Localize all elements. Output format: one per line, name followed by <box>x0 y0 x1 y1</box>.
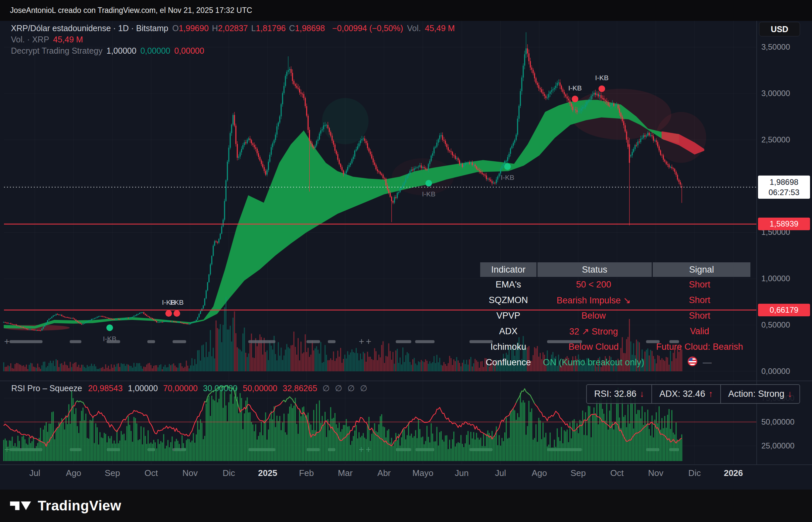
strategy-value-3: 0,00000 <box>174 45 204 56</box>
rsi-study-values: 20,985431,0000070,0000030,0000050,000003… <box>88 384 367 393</box>
tradingview-brand-text[interactable]: TradingView <box>38 498 121 514</box>
rsi-study-title[interactable]: RSI Pro – Squeeze <box>11 384 82 393</box>
attribution-text: JoseAntonioL creado con TradingView.com,… <box>10 6 252 15</box>
table-cell-signal: Short <box>651 280 748 290</box>
table-cell-indicator: VPVP <box>480 311 536 321</box>
table-cell-indicator: Confluence <box>480 357 536 368</box>
rsi-badge-arrow-icon: ↓ <box>640 389 645 399</box>
rsi-badge-arrow-icon: ↓ <box>788 389 792 399</box>
table-row: EMA's50 < 200Short <box>480 277 748 293</box>
last-price-tag: 1,98698 06:27:53 <box>758 176 810 199</box>
table-cell-indicator: Ichimoku <box>480 342 536 352</box>
ohlc-value: 1,99690 <box>179 23 209 33</box>
volume-legend-row: Vol. · XRP 45,49 M <box>11 34 455 45</box>
ohlc-pair: C1,98698 <box>289 23 325 33</box>
rsi-legend-value: 1,00000 <box>128 384 158 393</box>
signal-dot-marker <box>598 85 605 92</box>
price-axis-label: 3,00000 <box>761 89 790 98</box>
volume-study-value: 45,49 M <box>53 34 83 45</box>
time-axis-label: Jul <box>495 468 506 478</box>
signal-text: Valid <box>690 326 709 337</box>
rsi-badge-cell: Action: Strong↓ <box>720 385 799 403</box>
signal-label: I-KB <box>422 190 435 198</box>
signal-text: Short <box>689 311 710 321</box>
table-row: ConfluenceON (Kumo breakout only)— <box>480 355 748 370</box>
signal-label: I-KB <box>595 74 609 81</box>
table-cell-signal: — <box>651 356 748 369</box>
signal-dash: — <box>703 357 712 368</box>
price-axis-label: 1,00000 <box>761 274 790 283</box>
rsi-legend-value: 20,98543 <box>88 384 123 393</box>
time-axis-label: Mar <box>338 468 353 478</box>
symbol-title[interactable]: XRP/Dólar estadounidense · 1D · Bitstamp <box>11 22 168 34</box>
table-cell-signal: Valid <box>651 326 748 337</box>
time-axis-label: Feb <box>299 468 314 478</box>
rsi-badge-text: Action: Strong <box>728 389 785 399</box>
footer-bar: TradingView <box>0 489 812 522</box>
ohlc-values: O1,99690H2,02837L1,81796C1,98698 <box>172 22 328 34</box>
symbol-legend-row: XRP/Dólar estadounidense · 1D · Bitstamp… <box>11 22 455 34</box>
table-cell-indicator: ADX <box>480 326 536 337</box>
ohlc-pair: O1,99690 <box>172 23 209 33</box>
rsi-badge-cell: RSI: 32.86↓ <box>587 385 651 403</box>
svg-text:+: + <box>366 336 371 346</box>
strategy-value-2: 0,00000 <box>140 45 170 56</box>
table-cell-status: Below Cloud <box>536 342 651 352</box>
signal-dot-marker <box>174 310 180 317</box>
ohlc-key: H <box>212 23 218 33</box>
table-row: ADX32 ↗ StrongValid <box>480 324 748 339</box>
table-cell-status: Below <box>536 311 651 321</box>
currency-toggle-button[interactable]: USD <box>759 22 800 36</box>
ohlc-key: L <box>251 23 256 33</box>
tradingview-chart-screenshot: I-KBI-KBI-KBI-KBI-KBI-KBI-KB++++++ JoseA… <box>0 0 812 522</box>
signal-dot-marker <box>572 96 578 102</box>
volume-label: Vol. <box>407 22 421 34</box>
table-cell-status: ON (Kumo breakout only) <box>536 357 651 368</box>
time-axis-label: Jul <box>29 468 40 478</box>
attribution-bar: JoseAntonioL creado con TradingView.com,… <box>0 0 812 21</box>
us-flag-icon <box>688 356 697 369</box>
time-axis-label: Dic <box>689 468 701 478</box>
svg-text:+: + <box>359 336 364 346</box>
table-cell-status: 32 ↗ Strong <box>536 326 651 337</box>
table-cell-signal: Short <box>651 311 748 321</box>
time-axis-label: Oct <box>610 468 624 478</box>
table-header-cell: Indicator <box>480 262 536 277</box>
price-axis-label: 2,50000 <box>761 135 790 144</box>
time-axis-label: Ago <box>66 468 81 478</box>
signal-text: Short <box>689 295 710 305</box>
price-change: −0,00994 (−0,50%) <box>332 22 403 34</box>
ohlc-key: C <box>289 23 295 33</box>
signal-text: Short <box>689 280 710 290</box>
price-axis-label: 0,00000 <box>761 367 790 376</box>
signal-text: Future Cloud: Bearish <box>656 342 743 352</box>
time-axis-label: Ago <box>531 468 547 478</box>
ohlc-value: 2,02837 <box>218 23 248 33</box>
tradingview-logo-icon[interactable] <box>10 498 31 514</box>
table-row: SQZMONBearish Impulse ↘Short <box>480 293 748 308</box>
rsi-legend-value: ∅ <box>347 384 355 393</box>
ohlc-value: 1,81796 <box>256 23 285 33</box>
volume-value: 45,49 M <box>425 22 455 34</box>
volume-study-label[interactable]: Vol. · XRP <box>11 34 49 45</box>
time-axis-label: Abr <box>378 468 391 478</box>
price-axis-label: 3,50000 <box>761 42 790 52</box>
time-axis-label: Nov <box>648 468 663 478</box>
indicator-table-header: IndicatorStatusSignal <box>480 262 748 277</box>
table-cell-status: Bearish Impulse ↘ <box>536 295 651 306</box>
strategy-title[interactable]: Decrypt Trading Strategy <box>11 45 103 56</box>
table-cell-indicator: SQZMON <box>480 295 536 305</box>
time-axis-label: Mayo <box>412 468 433 478</box>
rsi-legend-value: 50,00000 <box>243 384 277 393</box>
table-cell-signal: Short <box>651 295 748 305</box>
price-level-tag: 0,66179 <box>758 304 810 316</box>
svg-text:+: + <box>4 336 9 346</box>
table-header-cell: Status <box>537 262 652 277</box>
rsi-axis-label: 25,00000 <box>761 441 794 450</box>
chart-canvas[interactable]: I-KBI-KBI-KBI-KBI-KBI-KBI-KB++++++ <box>0 0 812 522</box>
rsi-badge-cell: ADX: 32.46↑ <box>651 385 720 403</box>
table-row: IchimokuBelow CloudFuture Cloud: Bearish <box>480 339 748 355</box>
rsi-status-badge: RSI: 32.86↓ADX: 32.46↑Action: Strong↓ <box>586 384 800 404</box>
strategy-legend-row: Decrypt Trading Strategy 1,00000 0,00000… <box>11 45 455 56</box>
time-axis-label: Sep <box>571 468 586 478</box>
